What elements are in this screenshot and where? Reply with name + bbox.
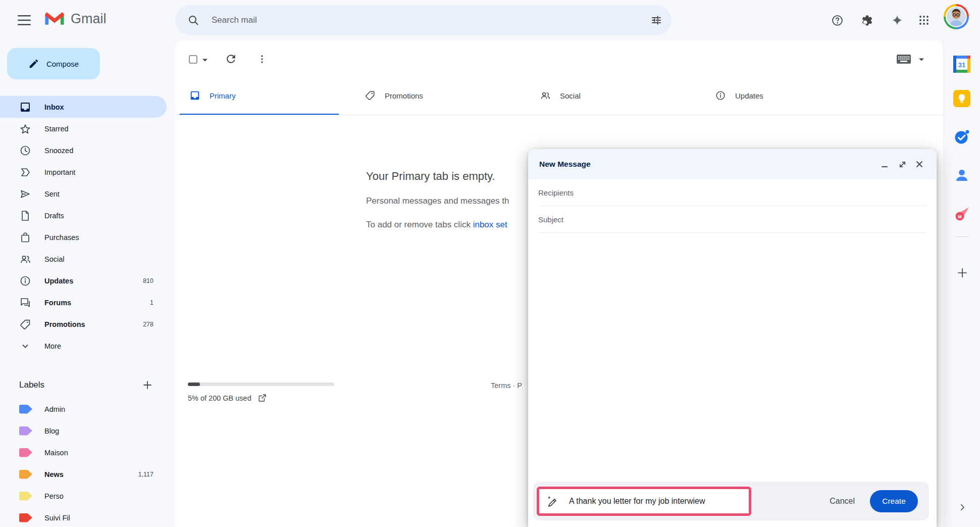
cancel-button[interactable]: Cancel [830,497,855,506]
compose-header[interactable]: New Message [528,149,937,179]
subject-field[interactable]: Subject [538,206,926,233]
recipients-field[interactable]: Recipients [538,179,926,206]
calendar-icon[interactable]: 31 [953,56,970,73]
open-in-new-icon[interactable] [257,393,267,403]
sidebar-item-more[interactable]: More [0,335,167,357]
tasks-icon[interactable] [953,128,970,146]
settings-gear-icon[interactable] [855,8,879,32]
menu-icon[interactable] [13,9,35,31]
side-panel-divider [943,40,944,527]
pencil-icon [28,58,39,69]
label-item-admin[interactable]: Admin [0,398,167,420]
avatar-photo [946,6,967,27]
chevron-down-icon [19,340,31,352]
chat-icon [19,297,31,309]
gmail-app: Gmail Search mail Compose [0,0,980,527]
tune-icon[interactable] [650,14,662,26]
storage-meter[interactable] [188,382,334,386]
sidebar-item-starred[interactable]: Starred [0,118,167,139]
sidebar-item-promotions[interactable]: Promotions 278 [0,313,167,335]
close-icon[interactable] [913,158,925,170]
popout-icon[interactable] [896,158,908,170]
more-vert-icon[interactable] [256,53,268,65]
gemini-sparkle-icon[interactable] [885,8,909,32]
inbox-icon [19,101,31,113]
sidebar-item-drafts[interactable]: Drafts [0,205,167,226]
sidebar-item-label: Promotions [44,320,85,328]
sidebar-item-inbox[interactable]: Inbox [0,96,167,118]
empty-state-line1: Personal messages and messages th [366,196,509,206]
label-name: Blog [44,427,59,435]
tab-label: Social [560,91,581,100]
tab-primary[interactable]: Primary [178,76,353,115]
tag-icon [19,318,31,330]
star-icon [19,123,31,135]
empty-state-title: Your Primary tab is empty. [366,170,509,183]
sidebar-item-snoozed[interactable]: Snoozed [0,139,167,161]
svg-text:M: M [958,214,962,219]
gmail-logo[interactable]: Gmail [43,10,107,27]
sidebar-item-forums[interactable]: Forums 1 [0,292,167,313]
sidebar-item-updates[interactable]: Updates 810 [0,270,167,292]
sidebar-item-label: Inbox [44,103,64,111]
sidebar-item-important[interactable]: Important [0,161,167,183]
send-icon [19,188,31,200]
people-icon [19,253,31,265]
create-button[interactable]: Create [870,490,918,512]
sidebar-item-label: Snoozed [44,147,73,155]
keyboard-caret-down-icon[interactable] [918,57,925,62]
sidebar-item-social[interactable]: Social [0,248,167,270]
select-caret-down-icon[interactable] [201,58,209,63]
tab-updates[interactable]: Updates [704,76,879,115]
label-count: 1,117 [138,471,153,478]
help-me-write-bar: A thank you letter for my job interwiew … [533,482,929,520]
label-item-blog[interactable]: Blog [0,420,167,442]
minimize-icon[interactable] [879,158,891,170]
compose-window: New Message Recipients Subject A thank y… [528,149,937,527]
keyboard-icon[interactable] [896,54,911,65]
search-bar[interactable]: Search mail [175,5,672,35]
help-icon[interactable] [825,8,849,32]
comet-addon-icon[interactable]: M [953,206,970,223]
label-name: Perso [44,492,64,500]
search-input[interactable]: Search mail [212,15,650,25]
apps-grid-icon[interactable] [912,8,936,32]
product-name: Gmail [71,11,107,27]
empty-state-line2: To add or remove tabs click inbox set [366,220,509,230]
get-addons-plus-icon[interactable] [956,266,973,283]
refresh-icon[interactable] [225,53,237,65]
label-item-perso[interactable]: Perso [0,485,167,507]
sidebar-nav: Inbox Starred Snoozed Important Sent Dra… [0,96,167,357]
tab-social[interactable]: Social [529,76,704,115]
label-tag-icon [19,470,32,479]
compose-body[interactable] [528,233,937,475]
tab-label: Promotions [385,91,423,100]
unread-count: 278 [143,321,153,328]
sidebar-item-sent[interactable]: Sent [0,183,167,205]
rail-divider-line [955,236,969,237]
select-all-checkbox[interactable] [188,54,198,65]
sidebar-item-purchases[interactable]: Purchases [0,226,167,248]
chevron-right-icon[interactable] [958,503,975,520]
tab-promotions[interactable]: Promotions [353,76,529,115]
create-label-plus-icon[interactable] [141,379,153,391]
empty-state-line2-text: To add or remove tabs click [366,220,473,229]
keep-icon[interactable] [953,90,970,107]
compose-button[interactable]: Compose [7,48,100,79]
help-me-write-input[interactable]: A thank you letter for my job interwiew [537,487,751,516]
label-name: News [44,470,64,478]
clock-icon [19,145,31,157]
label-item-clipped[interactable]: Suivi Fil [0,507,167,527]
inbox-settings-link[interactable]: inbox set [473,220,507,229]
footer-links[interactable]: Terms · P [491,381,522,390]
prompt-text: A thank you letter for my job interwiew [569,497,705,506]
contacts-icon[interactable] [953,167,970,184]
avatar[interactable] [944,4,969,29]
label-item-news[interactable]: News 1,117 [0,463,167,485]
file-icon [19,210,31,222]
storage-text: 5% of 200 GB used [188,394,251,402]
sidebar-item-label: Forums [44,299,71,307]
sidebar-item-label: Sent [44,190,60,198]
sidebar-item-label: Purchases [44,233,79,242]
label-item-maison[interactable]: Maison [0,442,167,463]
